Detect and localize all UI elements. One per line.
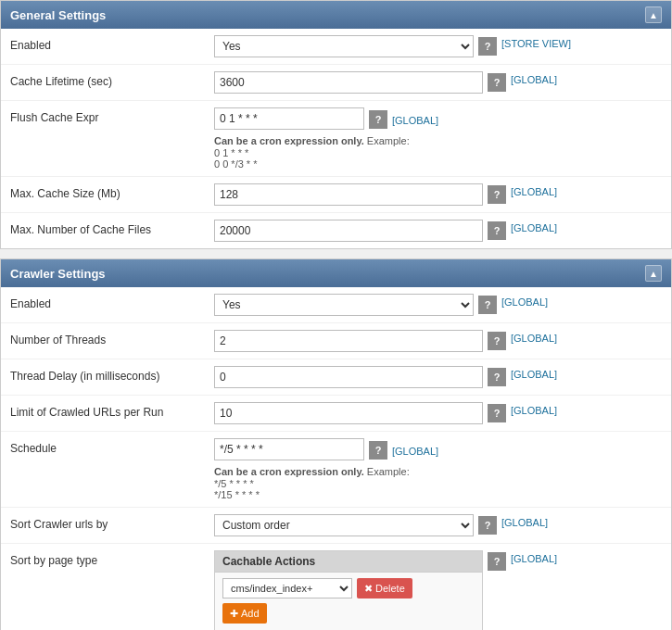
crawler-enabled-field: Yes No ? [GLOBAL] <box>214 294 662 316</box>
crawler-sort-page-type-field: Cachable Actions cms/index_index+ catalo… <box>214 550 662 630</box>
general-flush-cache-input[interactable] <box>214 107 364 130</box>
crawler-sort-page-type-scope[interactable]: [GLOBAL] <box>511 553 557 564</box>
schedule-hint-bold: Can be a cron expression only. <box>214 466 364 477</box>
cachable-actions-add-button[interactable]: ✚ Add <box>222 603 267 624</box>
schedule-hint-line2: */15 * * * * <box>214 489 410 500</box>
general-max-cache-files-field: ? [GLOBAL] <box>214 220 662 242</box>
schedule-hint-line1: */5 * * * * <box>214 478 410 489</box>
crawler-limit-urls-label: Limit of Crawled URLs per Run <box>10 402 214 419</box>
cachable-actions-body: cms/index_index+ catalog/product/view ca… <box>215 573 482 630</box>
crawler-enabled-help[interactable]: ? <box>478 296 497 314</box>
general-cache-lifetime-field: ? [GLOBAL] <box>214 71 662 94</box>
general-settings-title: General Settings <box>10 8 106 22</box>
general-collapse-icon: ▲ <box>649 10 658 20</box>
crawler-settings-section: Crawler Settings ▲ Enabled Yes No ? [GLO… <box>0 258 672 630</box>
cachable-actions-header: Cachable Actions <box>215 551 482 573</box>
crawler-settings-header: Crawler Settings ▲ <box>1 259 671 287</box>
cachable-actions-select[interactable]: cms/index_index+ catalog/product/view ca… <box>222 578 352 598</box>
crawler-num-threads-help[interactable]: ? <box>488 332 506 350</box>
general-settings-section: General Settings ▲ Enabled Yes No ? [STO… <box>0 0 672 249</box>
schedule-hint-text: Example: <box>364 466 410 477</box>
add-label-page: Add <box>241 608 260 619</box>
cachable-actions-delete-button[interactable]: ✖ Delete <box>357 578 412 598</box>
crawler-schedule-row: Schedule ? [GLOBAL] Can be a cron expres… <box>1 432 671 508</box>
crawler-num-threads-scope[interactable]: [GLOBAL] <box>511 333 557 344</box>
cachable-actions-row: cms/index_index+ catalog/product/view ca… <box>222 578 475 598</box>
general-collapse-button[interactable]: ▲ <box>645 6 662 23</box>
crawler-sort-page-type-label: Sort by page type <box>10 550 214 567</box>
flush-cache-hint-line1: 0 1 * * * <box>214 147 410 158</box>
delete-label: Delete <box>375 583 405 594</box>
crawler-schedule-label: Schedule <box>10 438 214 455</box>
crawler-limit-urls-field: ? [GLOBAL] <box>214 402 662 424</box>
general-max-cache-files-help[interactable]: ? <box>488 221 506 240</box>
general-enabled-help[interactable]: ? <box>478 37 497 56</box>
crawler-num-threads-label: Number of Threads <box>10 330 214 346</box>
general-enabled-field: Yes No ? [STORE VIEW] <box>214 35 662 57</box>
general-flush-cache-row: Flush Cache Expr ? [GLOBAL] Can be a cro… <box>1 101 671 177</box>
crawler-limit-urls-row: Limit of Crawled URLs per Run ? [GLOBAL] <box>1 396 671 432</box>
general-settings-content: Enabled Yes No ? [STORE VIEW] Cache Life… <box>1 29 671 248</box>
general-max-cache-files-label: Max. Number of Cache Files <box>10 220 214 236</box>
general-flush-cache-label: Flush Cache Expr <box>10 107 214 124</box>
cachable-actions-table: Cachable Actions cms/index_index+ catalo… <box>214 550 483 630</box>
flush-cache-hint-bold: Can be a cron expression only. <box>214 135 364 146</box>
crawler-num-threads-row: Number of Threads ? [GLOBAL] <box>1 323 671 359</box>
crawler-schedule-help[interactable]: ? <box>369 441 387 460</box>
general-max-cache-size-scope[interactable]: [GLOBAL] <box>511 186 557 197</box>
crawler-thread-delay-label: Thread Delay (in milliseconds) <box>10 366 214 383</box>
crawler-sort-page-type-help[interactable]: ? <box>488 552 506 571</box>
crawler-enabled-row: Enabled Yes No ? [GLOBAL] <box>1 287 671 323</box>
cachable-actions-add-row: ✚ Add <box>222 603 475 624</box>
general-max-cache-size-field: ? [GLOBAL] <box>214 183 662 206</box>
general-cache-lifetime-label: Cache Lifetime (sec) <box>10 71 214 88</box>
general-max-cache-size-help[interactable]: ? <box>488 185 506 204</box>
general-max-cache-size-label: Max. Cache Size (Mb) <box>10 183 214 200</box>
delete-icon: ✖ <box>364 583 373 595</box>
general-max-cache-size-row: Max. Cache Size (Mb) ? [GLOBAL] <box>1 177 671 213</box>
crawler-num-threads-input[interactable] <box>214 330 483 352</box>
crawler-limit-urls-scope[interactable]: [GLOBAL] <box>511 405 557 416</box>
crawler-thread-delay-field: ? [GLOBAL] <box>214 366 662 388</box>
general-cache-lifetime-input[interactable] <box>214 71 483 94</box>
general-max-cache-files-row: Max. Number of Cache Files ? [GLOBAL] <box>1 213 671 248</box>
crawler-sort-urls-select[interactable]: Custom order Random Store default <box>214 514 474 536</box>
general-cache-lifetime-row: Cache Lifetime (sec) ? [GLOBAL] <box>1 65 671 101</box>
crawler-settings-content: Enabled Yes No ? [GLOBAL] Number of Thre… <box>1 287 671 630</box>
general-enabled-select[interactable]: Yes No <box>214 35 474 57</box>
crawler-sort-urls-label: Sort Crawler urls by <box>10 514 214 531</box>
general-flush-cache-scope[interactable]: [GLOBAL] <box>392 115 438 126</box>
crawler-enabled-scope[interactable]: [GLOBAL] <box>501 296 548 308</box>
general-max-cache-files-scope[interactable]: [GLOBAL] <box>511 222 557 233</box>
crawler-schedule-field: ? [GLOBAL] Can be a cron expression only… <box>214 438 662 500</box>
general-max-cache-files-input[interactable] <box>214 220 483 242</box>
crawler-thread-delay-row: Thread Delay (in milliseconds) ? [GLOBAL… <box>1 359 671 396</box>
crawler-collapse-icon: ▲ <box>649 269 658 279</box>
crawler-schedule-hint: Can be a cron expression only. Example: … <box>214 463 410 500</box>
crawler-sort-page-type-row: Sort by page type Cachable Actions cms/i… <box>1 544 671 630</box>
crawler-settings-title: Crawler Settings <box>10 267 106 281</box>
general-max-cache-size-input[interactable] <box>214 183 483 206</box>
crawler-sort-urls-scope[interactable]: [GLOBAL] <box>501 517 548 528</box>
crawler-thread-delay-help[interactable]: ? <box>488 368 506 386</box>
general-settings-header: General Settings ▲ <box>1 1 671 29</box>
crawler-enabled-select[interactable]: Yes No <box>214 294 474 316</box>
general-cache-lifetime-help[interactable]: ? <box>488 73 506 92</box>
flush-cache-hint-line2: 0 0 */3 * * <box>214 158 410 170</box>
crawler-sort-urls-row: Sort Crawler urls by Custom order Random… <box>1 508 671 544</box>
crawler-limit-urls-help[interactable]: ? <box>488 404 506 422</box>
crawler-collapse-button[interactable]: ▲ <box>645 265 662 282</box>
crawler-sort-urls-help[interactable]: ? <box>478 516 497 535</box>
crawler-schedule-input[interactable] <box>214 438 364 460</box>
general-enabled-row: Enabled Yes No ? [STORE VIEW] <box>1 29 671 65</box>
general-flush-cache-field: ? [GLOBAL] Can be a cron expression only… <box>214 107 662 170</box>
flush-cache-hint-text: Example: <box>364 135 410 146</box>
general-flush-cache-help[interactable]: ? <box>369 110 387 129</box>
general-cache-lifetime-scope[interactable]: [GLOBAL] <box>511 74 557 85</box>
crawler-schedule-scope[interactable]: [GLOBAL] <box>392 446 438 457</box>
crawler-thread-delay-input[interactable] <box>214 366 483 388</box>
general-enabled-scope[interactable]: [STORE VIEW] <box>501 38 571 49</box>
crawler-limit-urls-input[interactable] <box>214 402 483 424</box>
crawler-enabled-label: Enabled <box>10 294 214 310</box>
crawler-thread-delay-scope[interactable]: [GLOBAL] <box>511 369 557 380</box>
